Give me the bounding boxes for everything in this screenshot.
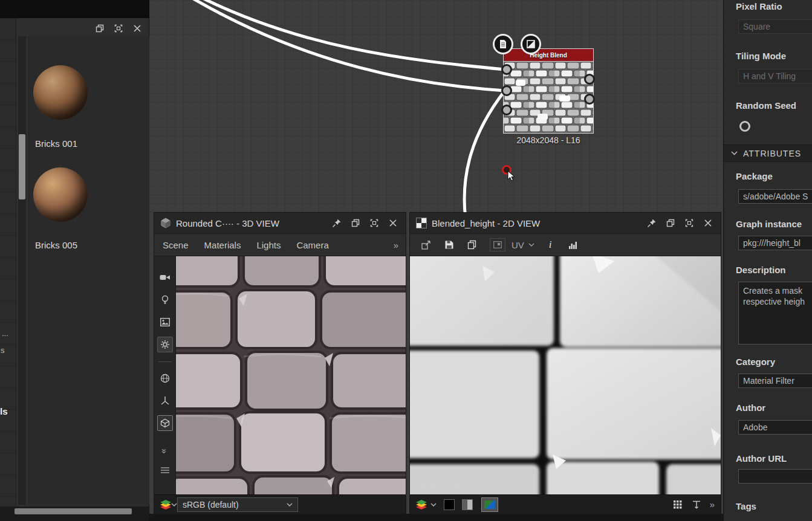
material-thumbnail [33,65,88,120]
view2d-panel: Blended_height - 2D VIEW UV [410,213,721,514]
package-label: Package [736,171,773,181]
view3d-viewport[interactable] [176,256,406,496]
chevron-down-icon[interactable] [430,503,437,506]
view2d-header: Blended_height - 2D VIEW [410,213,721,234]
pin-icon[interactable] [645,216,658,230]
properties-panel: Pixel Ratio Square Tiling Mode H and V T… [723,0,812,521]
attributes-section-header[interactable]: ATTRIBUTES [724,144,812,162]
node-display-mode-button[interactable] [521,34,541,54]
chevron-down-icon [528,243,534,247]
copy-icon[interactable] [464,237,480,253]
background-image-icon[interactable] [490,238,505,251]
node-thumbnail [503,61,594,134]
description-field[interactable]: Creates a mask respective heigh [738,282,812,345]
cube-3d-icon [160,218,171,228]
menubar-overflow-chevrons[interactable]: » [394,240,398,250]
pin-icon[interactable] [330,216,343,230]
material-thumbnail [33,167,88,222]
environment-image-icon[interactable] [157,314,173,330]
bottom-overflow-chevrons[interactable]: » [710,499,715,510]
settings-gear-icon[interactable] [157,337,173,352]
view3d-title: Rounded C···· - 3D VIEW [176,218,279,228]
maximize-window-icon[interactable] [683,216,696,230]
output-port-2[interactable] [584,94,595,105]
background-gray-swatch[interactable] [462,499,473,510]
colorspace-dropdown[interactable]: sRGB (default) [177,497,298,512]
grid-view-icon[interactable] [674,500,682,509]
material-label: Bricks 005 [35,240,77,250]
uv-mode-dropdown[interactable]: UV [512,240,534,250]
maximize-window-icon[interactable] [368,216,381,230]
toolbar-overflow-chevrons[interactable]: » [160,448,170,453]
view2d-title: Blended_height - 2D VIEW [432,218,540,228]
transform-icon[interactable] [692,500,701,510]
library-vertical-scrollbar-track[interactable] [18,36,26,505]
chevron-down-icon[interactable] [171,503,177,506]
input-port-2[interactable] [501,85,512,96]
cube-mesh-icon[interactable] [157,415,173,431]
view3d-bottom-bar: sRGB (default) [154,494,406,514]
tab-scene[interactable]: Scene [163,240,189,250]
library-top-strip [0,0,149,18]
histogram-icon[interactable] [565,237,581,253]
author-label: Author [736,403,765,413]
save-icon[interactable] [441,237,457,253]
background-image-swatch[interactable] [481,497,498,512]
light-bulb-icon[interactable] [157,292,173,308]
height-blend-node[interactable]: Height Blend [503,48,594,134]
tiling-mode-field: H and V Tiling [738,69,812,83]
view3d-header: Rounded C···· - 3D VIEW [154,213,406,234]
maximize-window-icon[interactable] [112,22,125,35]
edge-label: s [1,346,5,355]
view2d-viewport[interactable]: 2048 x 2048 [410,256,721,496]
library-window-controls [88,22,144,35]
restore-window-icon[interactable] [664,216,677,230]
restore-window-icon[interactable] [93,22,106,35]
material-layers-icon[interactable] [416,500,427,510]
input-port-3[interactable] [501,105,512,115]
random-seed-label: Random Seed [736,100,796,111]
uv-sphere-icon[interactable] [157,371,173,386]
stone-material-render [176,256,406,496]
node-header: Height Blend [503,48,594,61]
restore-window-icon[interactable] [349,216,362,230]
graph-instance-field[interactable]: pkg:///height_bl [738,236,812,250]
category-label: Category [736,357,775,367]
graph-instance-label: Graph instance [736,219,802,229]
library-horizontal-scrollbar-thumb[interactable] [15,508,132,514]
colorspace-value: sRGB (default) [183,500,239,510]
axis-gizmo-icon[interactable] [157,393,173,409]
info-icon[interactable]: i [549,239,552,251]
view3d-panel: Rounded C···· - 3D VIEW Scene Materials … [154,213,406,514]
random-seed-slider[interactable] [739,121,750,132]
category-field[interactable]: Material Filter [738,374,812,388]
close-panel-icon[interactable] [131,22,144,35]
close-panel-icon[interactable] [701,216,715,230]
tab-lights[interactable]: Lights [256,240,281,250]
camera-icon[interactable] [157,270,173,285]
image-thumbnail [484,500,495,509]
author-url-field[interactable] [738,469,812,484]
tab-materials[interactable]: Materials [204,240,241,250]
node-resolution-label: 2048x2048 - L16 [503,135,594,145]
close-panel-icon[interactable] [386,216,400,230]
node-preview-button[interactable] [493,34,513,54]
window-bottom-strip [149,514,723,521]
background-black-swatch[interactable] [444,499,455,510]
output-port-1[interactable] [584,74,595,85]
tiling-mode-label: Tiling Mode [736,51,786,61]
author-field[interactable]: Adobe [738,420,812,435]
view2d-toolbar: UV i [410,234,721,256]
input-port-1[interactable] [501,64,512,75]
collapsed-column: ... s ls [0,18,16,521]
export-image-icon[interactable] [418,237,434,253]
section-title: ATTRIBUTES [743,149,801,158]
list-lines-icon[interactable] [157,462,173,478]
uv-mode-value: UV [512,240,524,250]
mouse-cursor [507,170,516,181]
library-vertical-scrollbar-thumb[interactable] [19,134,25,199]
package-field[interactable]: s/adobe/Adobe S [738,189,812,204]
pixel-ratio-field: Square [738,19,812,34]
tab-camera[interactable]: Camera [296,240,328,250]
material-layers-icon[interactable] [160,500,171,510]
